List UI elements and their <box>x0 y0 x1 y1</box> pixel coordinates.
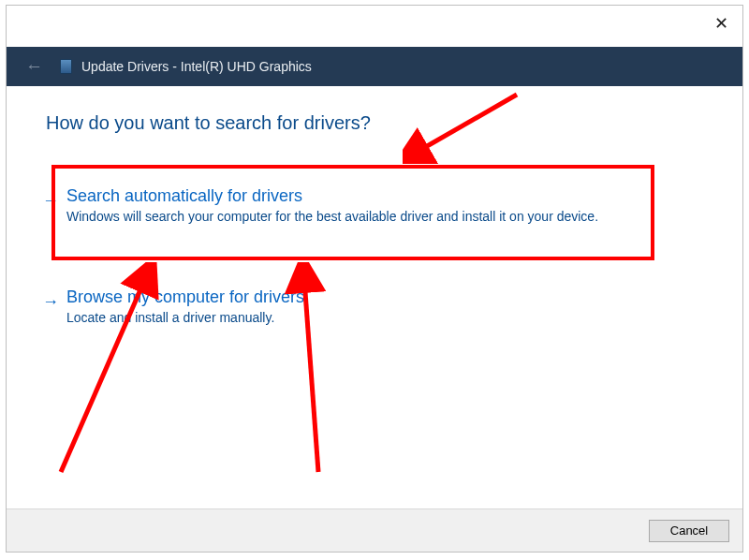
close-icon[interactable]: ✕ <box>714 13 728 34</box>
arrow-right-icon: → <box>42 191 59 211</box>
window-title: Update Drivers - Intel(R) UHD Graphics <box>81 59 312 74</box>
cancel-button[interactable]: Cancel <box>649 520 729 542</box>
device-icon <box>60 59 72 74</box>
option-description: Windows will search your computer for th… <box>66 208 619 226</box>
header-bar: ← Update Drivers - Intel(R) UHD Graphics <box>7 47 742 86</box>
option-browse-computer[interactable]: → Browse my computer for drivers Locate … <box>46 280 703 340</box>
arrow-right-icon: → <box>42 292 59 312</box>
back-arrow-icon[interactable]: ← <box>25 56 43 77</box>
content-area: How do you want to search for drivers? →… <box>7 86 742 508</box>
page-heading: How do you want to search for drivers? <box>46 112 703 134</box>
option-title: Search automatically for drivers <box>66 186 703 206</box>
footer-bar: Cancel <box>7 508 742 552</box>
option-search-automatically[interactable]: → Search automatically for drivers Windo… <box>46 179 703 239</box>
option-title: Browse my computer for drivers <box>66 287 703 307</box>
option-description: Locate and install a driver manually. <box>66 309 619 327</box>
